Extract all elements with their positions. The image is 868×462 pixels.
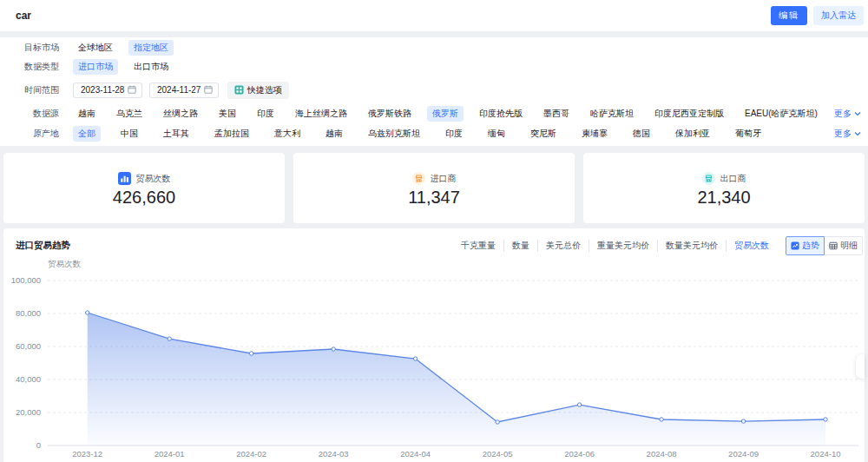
- filter-option[interactable]: 海上丝绸之路: [290, 106, 352, 122]
- view-detail-button[interactable]: 明细: [825, 236, 863, 255]
- svg-text:60,000: 60,000: [16, 341, 41, 351]
- filter-option[interactable]: 越南: [73, 106, 101, 122]
- lightning-icon: [234, 85, 244, 95]
- svg-text:40,000: 40,000: [16, 374, 41, 384]
- svg-text:80,000: 80,000: [16, 308, 41, 318]
- search-query: car: [16, 10, 31, 22]
- filter-option[interactable]: 哈萨克斯坦: [585, 106, 639, 122]
- filter-option[interactable]: 俄罗斯铁路: [363, 106, 417, 122]
- filter-option[interactable]: 孟加拉国: [209, 126, 254, 142]
- metric-option[interactable]: 数量美元均价: [658, 240, 727, 252]
- filter-option[interactable]: 葡萄牙: [730, 126, 766, 142]
- filter-option[interactable]: 丝绸之路: [158, 106, 203, 122]
- filter-option[interactable]: 柬埔寨: [576, 126, 613, 142]
- filter-option[interactable]: 墨西哥: [538, 106, 575, 122]
- filter-option[interactable]: 缅甸: [483, 126, 510, 142]
- filter-option[interactable]: 俄罗斯: [427, 106, 464, 122]
- filter-option[interactable]: 印度抢先版: [474, 106, 528, 122]
- filter-option[interactable]: 乌兹别克斯坦: [363, 126, 425, 142]
- view-trend-button[interactable]: 趋势: [786, 236, 825, 255]
- stat-label: 贸易次数: [136, 173, 171, 185]
- filter-option[interactable]: 出口市场: [128, 59, 174, 75]
- filter-row-time-range: 时间范围 2023-11-28 2024-11-27 快捷选项: [16, 77, 865, 102]
- filter-row-data-type: 数据类型 进口市场出口市场: [16, 56, 865, 77]
- stat-label: 进口商: [431, 173, 457, 185]
- top-bar: car 编辑 加入雷达: [0, 0, 868, 31]
- metric-option[interactable]: 数量: [504, 240, 538, 252]
- quick-options-button[interactable]: 快捷选项: [227, 82, 289, 99]
- svg-text:2023-12: 2023-12: [72, 449, 102, 459]
- metric-option[interactable]: 美元总价: [538, 240, 589, 252]
- filter-option[interactable]: 突尼斯: [525, 126, 562, 142]
- filter-label: 时间范围: [16, 84, 59, 96]
- filter-option[interactable]: 美国: [214, 106, 241, 122]
- svg-text:20,000: 20,000: [16, 407, 41, 417]
- more-link[interactable]: 更多: [834, 108, 865, 120]
- svg-text:2024-10: 2024-10: [811, 449, 841, 459]
- svg-text:2024-03: 2024-03: [319, 449, 349, 459]
- metric-option[interactable]: 千克重量: [453, 240, 504, 252]
- importer-icon: [412, 172, 425, 185]
- filter-option[interactable]: 印度: [440, 126, 468, 142]
- filter-option[interactable]: 印度尼西亚定制版: [649, 106, 729, 122]
- svg-text:0: 0: [36, 440, 41, 450]
- svg-text:2024-06: 2024-06: [564, 449, 595, 459]
- stat-value: 11,347: [408, 188, 460, 208]
- more-link[interactable]: 更多: [834, 128, 865, 140]
- filter-row-origin: 原产地 全部中国土耳其孟加拉国意大利越南乌兹别克斯坦印度缅甸突尼斯柬埔寨德国保加…: [16, 124, 865, 143]
- filter-option[interactable]: 中国: [115, 126, 143, 142]
- stat-value: 426,660: [113, 188, 175, 208]
- filter-option[interactable]: 全球地区: [73, 40, 118, 56]
- stat-value: 21,340: [697, 188, 750, 208]
- svg-text:2024-08: 2024-08: [647, 449, 677, 459]
- filter-option[interactable]: 意大利: [269, 126, 306, 142]
- metric-switcher: 千克重量数量美元总价重量美元均价数量美元均价贸易次数: [453, 240, 777, 252]
- stats-cards: 贸易次数 426,660 进口商 11,347 出口商 21,340: [3, 153, 865, 223]
- calendar-icon: [204, 85, 213, 96]
- svg-text:贸易次数: 贸易次数: [48, 259, 82, 268]
- stat-card-importers: 进口商 11,347: [293, 153, 575, 223]
- filter-label: 数据类型: [16, 61, 59, 73]
- table-icon: [829, 241, 838, 250]
- trend-chart-icon: [791, 241, 799, 250]
- stat-card-exporters: 出口商 21,340: [583, 153, 865, 223]
- calendar-icon: [128, 85, 136, 96]
- chevron-down-icon: [854, 111, 861, 116]
- filter-panel: 目标市场 全球地区指定地区 数据类型 进口市场出口市场 时间范围 2023-11…: [0, 37, 868, 146]
- stat-card-trade-count: 贸易次数 426,660: [3, 153, 285, 223]
- filter-label: 数据源: [16, 108, 59, 120]
- svg-text:2024-01: 2024-01: [155, 449, 185, 459]
- filter-row-data-source: 数据源 越南乌克兰丝绸之路美国印度海上丝绸之路俄罗斯铁路俄罗斯印度抢先版墨西哥哈…: [16, 102, 865, 124]
- filter-option[interactable]: 进口市场: [73, 59, 118, 75]
- svg-text:2024-04: 2024-04: [400, 449, 431, 459]
- filter-option[interactable]: 印度: [252, 106, 279, 122]
- filter-option[interactable]: 德国: [628, 126, 655, 142]
- filter-option[interactable]: 全部: [73, 126, 101, 142]
- filter-option[interactable]: 指定地区: [128, 40, 174, 56]
- add-to-radar-button[interactable]: 加入雷达: [813, 6, 864, 25]
- panel-title: 进口贸易趋势: [16, 240, 70, 252]
- filter-option[interactable]: 土耳其: [158, 126, 194, 142]
- metric-option[interactable]: 贸易次数: [727, 240, 777, 252]
- filter-label: 原产地: [16, 128, 59, 140]
- trend-chart: 020,00040,00060,00080,000100,000贸易次数2023…: [3, 256, 865, 462]
- start-date-input[interactable]: 2023-11-28: [73, 82, 142, 98]
- filter-option[interactable]: 越南: [320, 126, 348, 142]
- svg-text:2024-05: 2024-05: [483, 449, 513, 459]
- svg-text:100,000: 100,000: [11, 275, 41, 285]
- filter-option[interactable]: 乌克兰: [111, 106, 148, 122]
- trend-panel: 进口贸易趋势 千克重量数量美元总价重量美元均价数量美元均价贸易次数 趋势 明细 …: [3, 228, 865, 462]
- filter-label: 目标市场: [16, 42, 59, 54]
- floating-widget[interactable]: [856, 354, 865, 379]
- end-date-input[interactable]: 2024-11-27: [149, 82, 219, 98]
- filter-option[interactable]: EAEU(哈萨克斯坦): [740, 106, 823, 122]
- chevron-down-icon: [854, 131, 861, 136]
- svg-text:2024-02: 2024-02: [236, 449, 266, 459]
- filter-row-target-market: 目标市场 全球地区指定地区: [16, 38, 865, 56]
- edit-button[interactable]: 编辑: [771, 6, 807, 25]
- exporter-icon: [702, 172, 715, 185]
- filter-option[interactable]: 保加利亚: [670, 126, 715, 142]
- svg-text:2024-09: 2024-09: [728, 449, 759, 459]
- bar-chart-icon: [118, 172, 131, 185]
- metric-option[interactable]: 重量美元均价: [589, 240, 658, 252]
